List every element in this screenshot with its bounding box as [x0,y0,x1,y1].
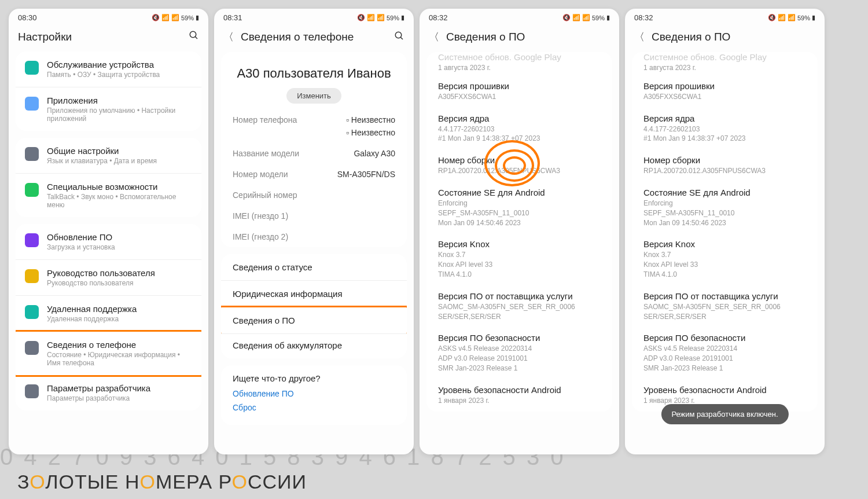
status-bar: 08:32 🔇 📶 📶 59%▮ [420,9,619,24]
settings-item[interactable]: Параметры разработчика Параметры разрабо… [16,375,201,410]
status-icons: 🔇 📶 📶 59%▮ [768,14,815,21]
info-block[interactable]: Версия ПО от поставщика услуги SAOMC_SM-… [632,285,818,328]
settings-sub: Язык и клавиатура • Дата и время [47,157,192,165]
info-title: Версия ПО от поставщика услуги [643,291,806,301]
link-item[interactable]: Юридическая информация [221,281,407,307]
status-time: 08:31 [223,13,242,22]
settings-title: Общие настройки [47,146,192,156]
info-block[interactable]: Версия ядра 4.4.177-22602103#1 Mon Jan 9… [632,108,818,150]
settings-item[interactable]: Сведения о телефоне Состояние • Юридичес… [16,330,201,377]
info-block[interactable]: Версия ПО от поставщика услуги SAOMC_SM-… [426,285,612,328]
settings-icon [25,97,39,111]
spec-label: Номер телефона [233,115,297,137]
info-sub: RP1A.200720.012.A305FNPUS6CWA3 [643,166,806,176]
settings-icon [25,147,39,161]
sys-update-block[interactable]: Системное обнов. Google Play 1 августа 2… [426,52,612,75]
toast-dev-mode: Режим разработчика включен. [661,404,788,424]
settings-icon [25,233,39,247]
settings-title: Руководство пользователя [47,268,192,278]
settings-icon [25,269,39,283]
settings-title: Удаленная поддержка [47,304,192,314]
spec-label: IMEI (гнездо 1) [233,211,288,221]
spec-row: Серийный номер [221,185,407,206]
settings-item[interactable]: Приложения Приложения по умолчанию • Нас… [16,87,201,131]
page-title: Сведения о ПО [446,31,610,43]
status-bar: 08:30 🔇 📶 📶 59%▮ [9,9,208,24]
svg-line-3 [400,37,403,39]
info-sub: RP1A.200720.012.A305FNPUS6CWA3 [438,166,601,176]
svg-point-2 [395,32,402,38]
info-sub: 1 августа 2023 г. [643,63,806,73]
info-block[interactable]: Состояние SE для Android EnforcingSEPF_S… [426,182,612,233]
phone-screen-software-1: 08:32 🔇 📶 📶 59%▮ 〈 Сведения о ПО Системн… [420,9,619,454]
back-icon[interactable]: 〈 [223,30,234,44]
settings-title: Обслуживание устройства [47,60,192,69]
info-block[interactable]: Версия ядра 4.4.177-22602103#1 Mon Jan 9… [426,108,612,150]
page-title: Сведения о ПО [652,31,815,43]
info-title: Уровень безопасности Android [438,385,601,395]
info-sub: 4.4.177-22602103#1 Mon Jan 9 14:38:37 +0… [438,124,601,144]
spec-row: IMEI (гнездо 2) [221,226,407,247]
sys-update-block[interactable]: Системное обнов. Google Play 1 августа 2… [632,52,818,75]
settings-item[interactable]: Удаленная поддержка Удаленная поддержка [16,296,201,332]
back-icon[interactable]: 〈 [634,30,645,44]
info-title: Версия Knox [438,239,601,249]
status-bar: 08:32 🔇 📶 📶 59%▮ [625,9,825,24]
settings-icon [25,305,39,319]
info-block[interactable]: Версия прошивки A305FXXS6CWA1 [632,75,818,108]
settings-icon [25,341,39,355]
spec-row: Название моделиGalaxy A30 [221,143,407,164]
settings-item[interactable]: Обновление ПО Загрузка и установка [16,224,201,260]
info-block[interactable]: Состояние SE для Android EnforcingSEPF_S… [632,182,818,233]
edit-button[interactable]: Изменить [286,88,341,104]
link-item[interactable]: Сведения об аккумуляторе [221,332,407,358]
info-block[interactable]: Версия Knox Knox 3.7Knox API level 33TIM… [426,233,612,285]
settings-sub: Руководство пользователя [47,279,192,287]
settings-item[interactable]: Руководство пользователя Руководство пол… [16,260,201,296]
info-sub: ASKS v4.5 Release 20220314ADP v3.0 Relea… [438,344,601,373]
info-sub: SAOMC_SM-A305FN_SER_SER_RR_0006SER/SER,S… [438,302,601,322]
spec-label: IMEI (гнездо 2) [233,232,288,241]
info-block[interactable]: Версия Knox Knox 3.7Knox API level 33TIM… [632,233,818,285]
page-title: Настройки [18,31,182,43]
settings-sub: Состояние • Юридическая информация • Имя… [47,351,192,367]
info-block[interactable]: Версия ПО безопасности ASKS v4.5 Release… [426,327,612,379]
settings-icon [25,183,39,197]
settings-icon [25,384,39,398]
info-sub: SAOMC_SM-A305FN_SER_SER_RR_0006SER/SER,S… [643,302,806,322]
back-icon[interactable]: 〈 [429,30,439,44]
search-icon[interactable] [189,30,199,43]
spec-row: Номер моделиSM-A305FN/DS [221,164,407,185]
info-sub: Knox 3.7Knox API level 33TIMA 4.1.0 [643,250,806,279]
link-item[interactable]: Сведения о статусе [221,254,407,281]
info-title: Номер сборки [643,155,806,165]
search-link[interactable]: Обновление ПО [233,389,395,398]
info-title: Уровень безопасности Android [643,385,806,395]
search-icon[interactable] [394,31,404,44]
info-block[interactable]: Версия прошивки A305FXXS6CWA1 [426,75,612,108]
svg-line-1 [195,36,197,39]
info-block[interactable]: Номер сборки RP1A.200720.012.A305FNPUS6C… [426,149,612,182]
status-icons: 🔇 📶 📶 59%▮ [562,14,610,21]
search-link[interactable]: Сброс [233,403,395,412]
settings-sub: TalkBack • Звук моно • Вспомогательное м… [47,193,192,209]
status-time: 08:30 [18,13,37,22]
info-block[interactable]: Версия ПО безопасности ASKS v4.5 Release… [632,327,818,379]
settings-item[interactable]: Обслуживание устройства Память • ОЗУ • З… [16,52,201,87]
info-block[interactable]: Уровень безопасности Android 1 января 20… [426,379,612,412]
info-block[interactable]: Номер сборки RP1A.200720.012.A305FNPUS6C… [632,149,818,182]
info-sub: 1 января 2023 г. [438,396,601,406]
info-title: Состояние SE для Android [643,188,806,197]
info-title: Версия ядра [438,113,601,123]
settings-item[interactable]: Специальные возможности TalkBack • Звук … [16,174,201,217]
info-title: Версия прошивки [438,81,601,91]
link-item[interactable]: Сведения о ПО [221,306,407,334]
settings-title: Приложения [47,96,192,105]
info-title: Номер сборки [438,155,601,165]
svg-point-0 [190,31,196,38]
settings-title: Параметры разработчика [47,383,192,393]
info-title: Системное обнов. Google Play [438,52,601,62]
settings-item[interactable]: Общие настройки Язык и клавиатура • Дата… [16,138,201,174]
info-title: Версия Knox [643,239,806,249]
settings-sub: Память • ОЗУ • Защита устройства [47,71,192,79]
